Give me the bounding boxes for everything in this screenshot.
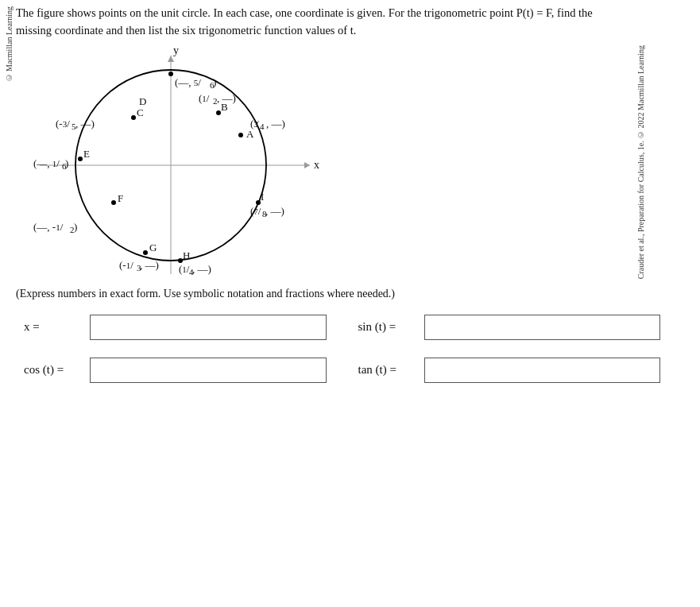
x-input-row: x = — [24, 315, 327, 340]
svg-text:4: 4 — [260, 122, 265, 131]
svg-text:F: F — [118, 192, 123, 204]
answer-inputs: x = sin (t) = cos (t) = tan (t) = — [16, 315, 692, 383]
svg-point-28 — [78, 157, 83, 161]
side-copyright: Crauder et al., Preparation for Calculus… — [589, 48, 692, 278]
cos-input-row: cos (t) = — [24, 358, 327, 383]
sin-label: sin (t) = — [358, 320, 418, 334]
svg-point-38 — [143, 250, 148, 255]
tan-label: tan (t) = — [358, 363, 418, 377]
svg-text:I: I — [261, 191, 264, 203]
svg-text:): ) — [74, 221, 77, 233]
svg-text:(7/: (7/ — [250, 205, 261, 217]
svg-text:D: D — [139, 95, 146, 107]
svg-text:, —): , —) — [140, 259, 159, 271]
svg-point-7 — [238, 133, 243, 137]
svg-text:G: G — [149, 242, 157, 253]
svg-text:): ) — [213, 76, 216, 88]
problem-text-line1: The figure shows points on the unit circ… — [16, 6, 593, 19]
svg-text:(—, 5/: (—, 5/ — [175, 76, 201, 88]
tan-input[interactable] — [424, 358, 661, 383]
svg-text:(1/: (1/ — [179, 263, 190, 275]
svg-text:(1/: (1/ — [199, 92, 210, 104]
svg-text:C: C — [137, 106, 144, 118]
svg-text:, —): , —) — [265, 205, 284, 217]
svg-text:/: / — [256, 118, 259, 130]
svg-point-33 — [111, 200, 116, 205]
svg-point-27 — [168, 72, 173, 76]
svg-text:(—, 1/: (—, 1/ — [33, 157, 60, 169]
express-note: (Express numbers in exact form. Use symb… — [16, 288, 692, 300]
cos-input[interactable] — [90, 358, 327, 383]
sin-input[interactable] — [424, 315, 661, 340]
svg-text:, —): , —) — [75, 118, 95, 130]
x-label: x = — [24, 320, 83, 334]
cos-label: cos (t) = — [24, 363, 83, 377]
svg-text:y: y — [173, 48, 179, 56]
svg-text:x: x — [314, 159, 319, 171]
svg-marker-2 — [304, 162, 310, 168]
sin-input-row: sin (t) = — [358, 315, 661, 340]
circle-svg: x y A (3 / 4 , —) B (1/ 2 , —) C — [16, 48, 326, 282]
unit-circle-diagram: x y A (3 / 4 , —) B (1/ 2 , —) C — [16, 48, 318, 278]
problem-text-line2: missing coordinate and then list the six… — [16, 24, 356, 37]
svg-point-18 — [131, 115, 136, 120]
svg-marker-3 — [168, 56, 174, 62]
svg-text:(-3/: (-3/ — [56, 118, 70, 130]
main-content: The figure shows points on the unit circ… — [16, 5, 692, 599]
svg-text:): ) — [65, 157, 68, 169]
svg-text:H: H — [183, 249, 190, 261]
svg-text:, —): , —) — [192, 263, 211, 275]
x-input[interactable] — [90, 315, 327, 340]
svg-text:, —): , —) — [266, 118, 285, 130]
svg-text:A: A — [246, 128, 254, 140]
problem-statement: The figure shows points on the unit circ… — [16, 5, 692, 40]
svg-text:E: E — [83, 148, 90, 160]
svg-text:(-1/: (-1/ — [119, 259, 133, 271]
figure-area: x y A (3 / 4 , —) B (1/ 2 , —) C — [16, 48, 692, 278]
tan-input-row: tan (t) = — [358, 358, 661, 383]
svg-text:(—, -1/: (—, -1/ — [33, 221, 64, 233]
svg-text:, —): , —) — [217, 92, 236, 104]
